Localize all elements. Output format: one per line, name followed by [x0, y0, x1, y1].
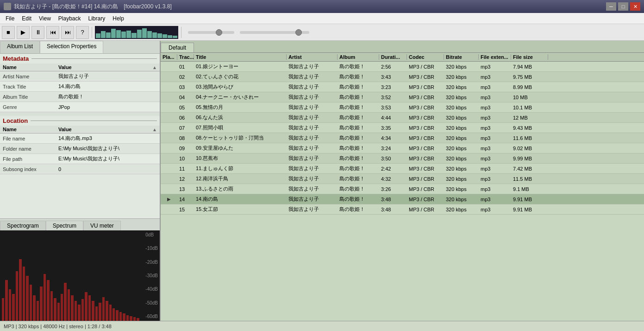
track-codec: MP3 / CBR	[407, 156, 444, 161]
toolbar-sep2	[181, 27, 181, 38]
track-list[interactable]: Pla... Trac... Title Artist Album Durati…	[161, 53, 644, 321]
properties-panel: Metadata Name Value ▲ Artist Name 我如古より子…	[0, 54, 160, 218]
track-filesize: 10 MB	[511, 95, 548, 100]
track-codec: MP3 / CBR	[407, 95, 444, 100]
track-codec: MP3 / CBR	[407, 135, 444, 141]
track-title: 02.てぃんさぐの花	[194, 73, 287, 80]
tab-default[interactable]: Default	[161, 43, 194, 52]
track-filesize: 7.42 MB	[511, 166, 548, 172]
col-duration[interactable]: Durati...	[379, 54, 407, 60]
track-artist: 我如古より子	[287, 206, 338, 213]
track-codec: MP3 / CBR	[407, 74, 444, 80]
track-num: 03	[177, 84, 194, 90]
track-num: 01	[177, 64, 194, 70]
volume-area	[188, 31, 234, 34]
col-album[interactable]: Album	[338, 54, 379, 60]
track-filesize: 9.1 MB	[511, 186, 548, 192]
scroll-up-icon[interactable]: ▲	[152, 65, 157, 70]
menu-playback[interactable]: Playback	[55, 14, 85, 23]
track-artist: 我如古より子	[287, 155, 338, 162]
track-title: 15.女工節	[194, 206, 287, 213]
track-bitrate: 320 kbps	[444, 156, 479, 161]
track-row[interactable]: 02 02.てぃんさぐの花 我如古より子 島の歌姫！ 3:43 MP3 / CB…	[161, 72, 644, 82]
tab-spectrum[interactable]: Spectrum	[46, 221, 83, 230]
track-row[interactable]: 05 05.無情の月 我如古より子 島の歌姫！ 3:53 MP3 / CBR 3…	[161, 102, 644, 113]
track-num: 12	[177, 176, 194, 182]
tab-album-list[interactable]: Album List	[0, 41, 40, 53]
pause-button[interactable]: ⏸	[31, 26, 44, 39]
subsong-index-key: Subsong index	[3, 166, 58, 172]
track-artist: 我如古より子	[287, 196, 338, 203]
file-path-key: File path	[3, 156, 58, 162]
column-headers: Pla... Trac... Title Artist Album Durati…	[161, 53, 644, 62]
play-button[interactable]: ▶	[17, 26, 30, 39]
col-title[interactable]: Title	[194, 54, 287, 60]
track-ext: mp3	[479, 64, 511, 70]
menu-view[interactable]: View	[35, 14, 55, 23]
prop-album-title: Album Title 島の歌姫！	[0, 92, 160, 102]
track-artist: 我如古より子	[287, 73, 338, 80]
tab-spectrogram[interactable]: Spectrogram	[0, 221, 46, 230]
col-ext[interactable]: File exten...	[479, 54, 511, 60]
stop-button[interactable]: ■	[2, 26, 15, 39]
col-playlist[interactable]: Pla...	[161, 54, 177, 60]
main-area: Album List Selection Properties Metadata…	[0, 41, 644, 321]
menu-library[interactable]: Library	[85, 14, 109, 23]
prop-track-title: Track Title 14.南の島	[0, 82, 160, 92]
col-artist[interactable]: Artist	[287, 54, 338, 60]
tab-selection-properties[interactable]: Selection Properties	[40, 41, 103, 53]
track-row[interactable]: 07 07.照間小唄 我如古より子 島の歌姫！ 3:35 MP3 / CBR 3…	[161, 123, 644, 133]
col-codec[interactable]: Codec	[407, 54, 444, 60]
col-filesize[interactable]: File size	[511, 54, 548, 60]
menu-edit[interactable]: Edit	[18, 14, 35, 23]
loc-scroll-up-icon[interactable]: ▲	[152, 127, 157, 132]
play-indicator: ▶	[161, 197, 177, 202]
track-row[interactable]: 13 13.ふるさとの雨 我如古より子 島の歌姫！ 3:26 MP3 / CBR…	[161, 184, 644, 194]
col-bitrate[interactable]: Bitrate	[444, 54, 479, 60]
track-row[interactable]: 11 11.ましゅんく節 我如古より子 島の歌姫！ 2:42 MP3 / CBR…	[161, 164, 644, 174]
seek-area	[240, 31, 309, 34]
track-codec: MP3 / CBR	[407, 146, 444, 151]
seek-slider[interactable]	[240, 31, 309, 34]
track-row[interactable]: 08 08.ケーヒットゥリ節・汀間当 我如古より子 島の歌姫！ 4:34 MP3…	[161, 133, 644, 143]
track-duration: 3:50	[379, 156, 407, 161]
maximize-button[interactable]: □	[618, 2, 628, 11]
genre-val: JPop	[58, 104, 157, 110]
track-artist: 我如古より子	[287, 124, 338, 131]
volume-slider[interactable]	[188, 31, 234, 34]
toolbar: ■ ▶ ⏸ ⏮ ⏭ ?	[0, 24, 644, 41]
track-artist: 我如古より子	[287, 83, 338, 90]
minimize-button[interactable]: ─	[606, 2, 616, 11]
track-artist: 我如古より子	[287, 175, 338, 182]
track-row[interactable]: 06 06.なんた浜 我如古より子 島の歌姫！ 4:44 MP3 / CBR 3…	[161, 113, 644, 123]
random-button[interactable]: ?	[76, 26, 89, 39]
track-row[interactable]: 12 12.南洋浜千鳥 我如古より子 島の歌姫！ 4:32 MP3 / CBR …	[161, 174, 644, 184]
toolbar-sep	[92, 27, 92, 38]
track-row[interactable]: 03 03.池間みやらび 我如古より子 島の歌姫！ 3:23 MP3 / CBR…	[161, 82, 644, 92]
track-duration: 3:53	[379, 105, 407, 110]
track-album: 島の歌姫！	[338, 185, 379, 192]
track-title: 05.無情の月	[194, 104, 287, 111]
track-row[interactable]: 01 01.娘ジントーヨー 我如古より子 島の歌姫！ 2:56 MP3 / CB…	[161, 62, 644, 72]
prev-button[interactable]: ⏮	[46, 26, 59, 39]
close-button[interactable]: ✕	[630, 2, 640, 11]
menu-help[interactable]: Help	[109, 14, 128, 23]
track-row[interactable]: 04 04.ナークニー・かいされー 我如古より子 島の歌姫！ 3:52 MP3 …	[161, 92, 644, 102]
track-album: 島の歌姫！	[338, 175, 379, 182]
track-filesize: 9.91 MB	[511, 197, 548, 202]
track-row[interactable]: 10 10.芭蕉布 我如古より子 島の歌姫！ 3:50 MP3 / CBR 32…	[161, 153, 644, 164]
track-ext: mp3	[479, 207, 511, 212]
track-ext: mp3	[479, 74, 511, 80]
metadata-col-headers: Name Value ▲	[0, 64, 160, 71]
track-duration: 3:43	[379, 74, 407, 80]
track-album: 島の歌姫！	[338, 206, 379, 213]
track-num: 07	[177, 125, 194, 131]
next-button[interactable]: ⏭	[61, 26, 74, 39]
menu-file[interactable]: File	[2, 14, 18, 23]
track-row[interactable]: ▶ 14 14.南の島 我如古より子 島の歌姫！ 3:48 MP3 / CBR …	[161, 194, 644, 204]
track-ext: mp3	[479, 197, 511, 202]
track-row[interactable]: 15 15.女工節 我如古より子 島の歌姫！ 3:48 MP3 / CBR 32…	[161, 204, 644, 215]
track-row[interactable]: 09 09.安里屋ゆんた 我如古より子 島の歌姫！ 3:24 MP3 / CBR…	[161, 143, 644, 153]
tab-vu-meter[interactable]: VU meter	[83, 221, 121, 230]
col-track[interactable]: Trac...	[177, 54, 194, 60]
